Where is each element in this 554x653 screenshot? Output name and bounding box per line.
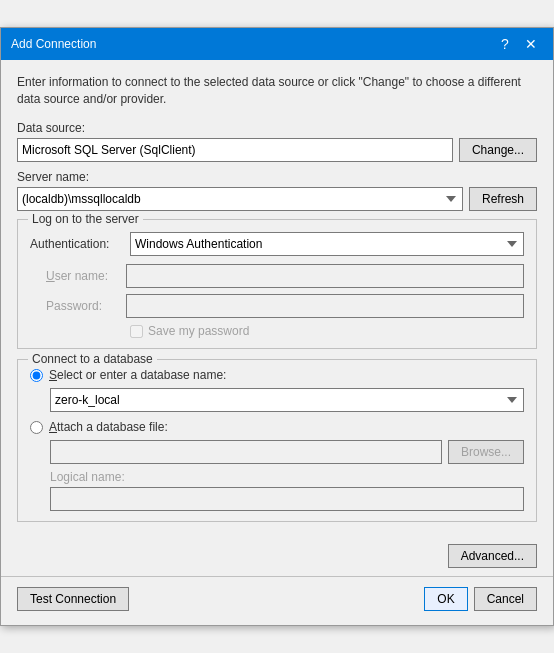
refresh-button[interactable]: Refresh bbox=[469, 187, 537, 211]
test-connection-button[interactable]: Test Connection bbox=[17, 587, 129, 611]
title-bar: Add Connection ? ✕ bbox=[1, 28, 553, 60]
attach-db-label: Attach a database file: bbox=[49, 420, 168, 434]
authentication-row: Authentication: Windows Authentication S… bbox=[30, 232, 524, 256]
advanced-button[interactable]: Advanced... bbox=[448, 544, 537, 568]
password-label: Password: bbox=[46, 299, 126, 313]
logical-name-input[interactable] bbox=[50, 487, 524, 511]
password-row: Password: bbox=[30, 294, 524, 318]
add-connection-dialog: Add Connection ? ✕ Enter information to … bbox=[0, 27, 554, 627]
right-buttons: OK Cancel bbox=[424, 587, 537, 611]
authentication-label: Authentication: bbox=[30, 237, 130, 251]
bottom-bar: Test Connection OK Cancel bbox=[1, 576, 553, 625]
save-password-row: Save my password bbox=[30, 324, 524, 338]
logon-section: Log on to the server Authentication: Win… bbox=[17, 219, 537, 349]
save-password-checkbox[interactable] bbox=[130, 325, 143, 338]
select-db-label-s: S bbox=[49, 368, 57, 382]
database-section: Connect to a database Select or enter a … bbox=[17, 359, 537, 522]
select-db-label-rest: elect or enter a database name: bbox=[57, 368, 226, 382]
database-select[interactable]: zero-k_local bbox=[50, 388, 524, 412]
title-bar-buttons: ? ✕ bbox=[493, 34, 543, 54]
select-db-label: Select or enter a database name: bbox=[49, 368, 226, 382]
data-source-input-row: Change... bbox=[17, 138, 537, 162]
server-name-select[interactable]: (localdb)\mssqllocaldb bbox=[17, 187, 463, 211]
server-name-row: Server name: (localdb)\mssqllocaldb Refr… bbox=[17, 170, 537, 211]
password-label-p: P bbox=[46, 299, 54, 313]
close-button[interactable]: ✕ bbox=[519, 34, 543, 54]
database-section-title: Connect to a database bbox=[28, 352, 157, 366]
username-input[interactable] bbox=[126, 264, 524, 288]
attach-db-radio[interactable] bbox=[30, 421, 43, 434]
save-password-label: Save my password bbox=[148, 324, 249, 338]
data-source-label: Data source: bbox=[17, 121, 537, 135]
username-label-text: U bbox=[46, 269, 55, 283]
password-label-rest: assword: bbox=[54, 299, 102, 313]
logon-section-title: Log on to the server bbox=[28, 212, 143, 226]
logical-name-input-row bbox=[30, 487, 524, 511]
authentication-select[interactable]: Windows Authentication SQL Server Authen… bbox=[130, 232, 524, 256]
db-select-row: zero-k_local bbox=[30, 388, 524, 412]
select-db-radio[interactable] bbox=[30, 369, 43, 382]
attach-file-row: Browse... bbox=[30, 440, 524, 464]
attach-radio-row: Attach a database file: bbox=[30, 420, 524, 434]
server-name-label: Server name: bbox=[17, 170, 537, 184]
attach-file-input[interactable] bbox=[50, 440, 442, 464]
dialog-content: Enter information to connect to the sele… bbox=[1, 60, 553, 545]
logical-name-label: Logical name: bbox=[30, 470, 524, 484]
ok-button[interactable]: OK bbox=[424, 587, 467, 611]
username-label-rest: ser name: bbox=[55, 269, 108, 283]
dialog-title: Add Connection bbox=[11, 37, 96, 51]
advanced-row: Advanced... bbox=[1, 544, 553, 576]
data-source-input[interactable] bbox=[17, 138, 453, 162]
description-text: Enter information to connect to the sele… bbox=[17, 74, 537, 108]
browse-button[interactable]: Browse... bbox=[448, 440, 524, 464]
attach-db-label-a: A bbox=[49, 420, 57, 434]
cancel-button[interactable]: Cancel bbox=[474, 587, 537, 611]
password-input[interactable] bbox=[126, 294, 524, 318]
help-button[interactable]: ? bbox=[493, 34, 517, 54]
select-db-radio-row: Select or enter a database name: bbox=[30, 368, 524, 382]
change-button[interactable]: Change... bbox=[459, 138, 537, 162]
username-label: User name: bbox=[46, 269, 126, 283]
attach-db-label-rest: ttach a database file: bbox=[57, 420, 168, 434]
data-source-row: Data source: Change... bbox=[17, 121, 537, 162]
server-name-input-row: (localdb)\mssqllocaldb Refresh bbox=[17, 187, 537, 211]
username-row: User name: bbox=[30, 264, 524, 288]
